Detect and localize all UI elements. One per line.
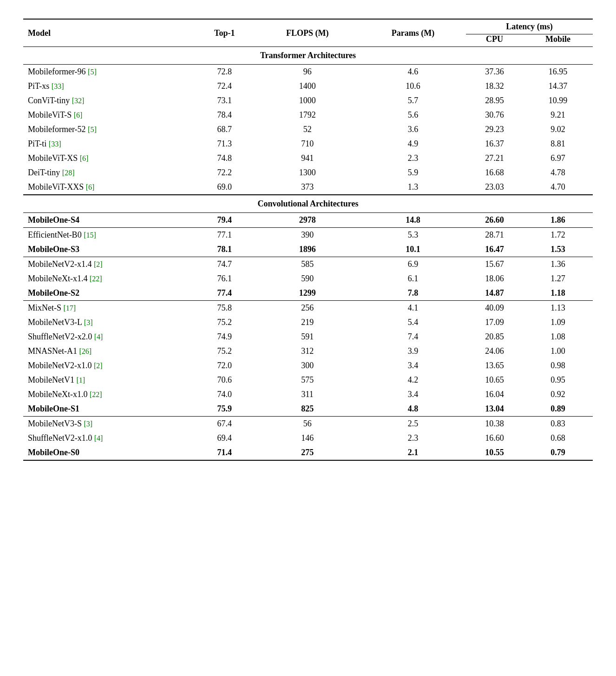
cell-top1: 72.2 <box>194 166 255 180</box>
cell-top1: 68.7 <box>194 122 255 137</box>
cell-params: 5.4 <box>360 315 466 330</box>
cell-mobile: 0.83 <box>523 417 593 431</box>
col-header-mobile: Mobile <box>523 34 593 47</box>
table-row: EfficientNet-B0 [15]77.13905.328.711.72 <box>23 228 593 243</box>
cell-mobile: 4.70 <box>523 180 593 195</box>
cell-flops: 256 <box>255 301 360 316</box>
cell-top1: 69.0 <box>194 180 255 195</box>
cell-cpu: 14.87 <box>466 286 523 301</box>
cell-model: MobileOne-S0 <box>23 445 194 460</box>
cell-cpu: 23.03 <box>466 180 523 195</box>
cell-params: 5.3 <box>360 228 466 243</box>
cell-params: 7.4 <box>360 330 466 344</box>
cell-cpu: 16.68 <box>466 166 523 180</box>
col-header-cpu: CPU <box>466 34 523 47</box>
cell-mobile: 1.08 <box>523 330 593 344</box>
cell-model: MobileViT-XS [6] <box>23 151 194 166</box>
cell-top1: 75.8 <box>194 301 255 316</box>
cell-model: MNASNet-A1 [26] <box>23 344 194 358</box>
cell-params: 6.1 <box>360 272 466 286</box>
col-header-model: Model <box>23 19 194 47</box>
table-row: MobileViT-XXS [6]69.03731.323.034.70 <box>23 180 593 195</box>
cell-model: ConViT-tiny [32] <box>23 93 194 108</box>
cell-params: 3.9 <box>360 344 466 358</box>
cell-top1: 77.4 <box>194 286 255 301</box>
cell-cpu: 10.55 <box>466 445 523 460</box>
cell-cpu: 16.60 <box>466 431 523 445</box>
cell-cpu: 13.04 <box>466 402 523 417</box>
cell-top1: 67.4 <box>194 417 255 431</box>
table-row: MobileNetV2-x1.4 [2]74.75856.915.671.36 <box>23 257 593 272</box>
cell-top1: 74.0 <box>194 387 255 402</box>
cell-model: MobileNeXt-x1.0 [22] <box>23 387 194 402</box>
cell-top1: 78.1 <box>194 242 255 257</box>
cell-flops: 585 <box>255 257 360 272</box>
cell-flops: 1300 <box>255 166 360 180</box>
cell-mobile: 0.68 <box>523 431 593 445</box>
cell-flops: 590 <box>255 272 360 286</box>
cell-flops: 2978 <box>255 213 360 228</box>
cell-params: 4.1 <box>360 301 466 316</box>
cell-mobile: 4.78 <box>523 166 593 180</box>
cell-params: 4.6 <box>360 65 466 80</box>
table-row: MNASNet-A1 [26]75.23123.924.061.00 <box>23 344 593 358</box>
cell-params: 2.5 <box>360 417 466 431</box>
table-row: DeiT-tiny [28]72.213005.916.684.78 <box>23 166 593 180</box>
cell-flops: 1299 <box>255 286 360 301</box>
cell-flops: 1400 <box>255 79 360 93</box>
cell-flops: 275 <box>255 445 360 460</box>
col-header-flops: FLOPS (M) <box>255 19 360 47</box>
table-row: ConViT-tiny [32]73.110005.728.9510.99 <box>23 93 593 108</box>
cell-cpu: 24.06 <box>466 344 523 358</box>
table-row: PiT-ti [33]71.37104.916.378.81 <box>23 137 593 151</box>
table-row: MobileOne-S277.412997.814.871.18 <box>23 286 593 301</box>
cell-top1: 70.6 <box>194 373 255 387</box>
cell-cpu: 28.95 <box>466 93 523 108</box>
cell-cpu: 37.36 <box>466 65 523 80</box>
cell-top1: 72.0 <box>194 358 255 373</box>
cell-flops: 219 <box>255 315 360 330</box>
cell-cpu: 17.09 <box>466 315 523 330</box>
col-header-latency: Latency (ms) <box>466 19 593 34</box>
cell-cpu: 10.65 <box>466 373 523 387</box>
cell-cpu: 27.21 <box>466 151 523 166</box>
cell-params: 14.8 <box>360 213 466 228</box>
cell-mobile: 1.00 <box>523 344 593 358</box>
cell-cpu: 10.38 <box>466 417 523 431</box>
cell-model: MobileOne-S2 <box>23 286 194 301</box>
cell-cpu: 26.60 <box>466 213 523 228</box>
cell-top1: 72.8 <box>194 65 255 80</box>
cell-mobile: 1.86 <box>523 213 593 228</box>
table-row: MobileOne-S378.1189610.116.471.53 <box>23 242 593 257</box>
cell-model: MobileNetV2-x1.0 [2] <box>23 358 194 373</box>
cell-params: 3.6 <box>360 122 466 137</box>
cell-mobile: 0.92 <box>523 387 593 402</box>
cell-mobile: 0.98 <box>523 358 593 373</box>
table-row: MixNet-S [17]75.82564.140.091.13 <box>23 301 593 316</box>
cell-top1: 74.8 <box>194 151 255 166</box>
cell-model: MobileNetV3-S [3] <box>23 417 194 431</box>
cell-top1: 75.9 <box>194 402 255 417</box>
cell-params: 1.3 <box>360 180 466 195</box>
cell-model: MobileViT-S [6] <box>23 108 194 122</box>
cell-cpu: 30.76 <box>466 108 523 122</box>
cell-model: MobileNetV1 [1] <box>23 373 194 387</box>
cell-model: MobileOne-S1 <box>23 402 194 417</box>
cell-params: 3.4 <box>360 387 466 402</box>
cell-model: Mobileformer-52 [5] <box>23 122 194 137</box>
cell-mobile: 16.95 <box>523 65 593 80</box>
cell-params: 5.6 <box>360 108 466 122</box>
cell-mobile: 1.18 <box>523 286 593 301</box>
cell-top1: 78.4 <box>194 108 255 122</box>
cell-top1: 71.3 <box>194 137 255 151</box>
cell-top1: 76.1 <box>194 272 255 286</box>
cell-flops: 1792 <box>255 108 360 122</box>
cell-mobile: 1.53 <box>523 242 593 257</box>
cell-model: MixNet-S [17] <box>23 301 194 316</box>
cell-params: 10.6 <box>360 79 466 93</box>
cell-mobile: 9.02 <box>523 122 593 137</box>
cell-model: PiT-xs [33] <box>23 79 194 93</box>
cell-params: 7.8 <box>360 286 466 301</box>
col-header-top1: Top-1 <box>194 19 255 47</box>
cell-params: 2.1 <box>360 445 466 460</box>
